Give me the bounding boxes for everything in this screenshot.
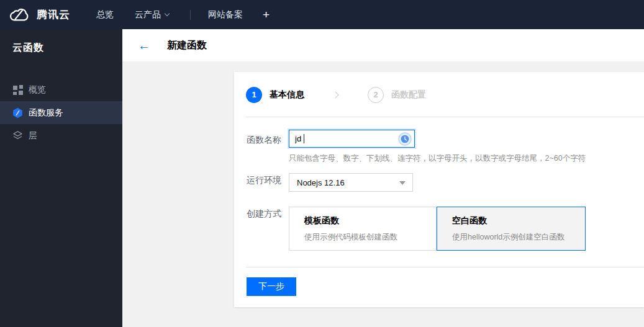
method-card-title: 空白函数 bbox=[452, 215, 585, 226]
sidebar-item-function-service[interactable]: 函数服务 bbox=[0, 101, 122, 124]
sidebar-menu: 概览 函数服务 层 bbox=[0, 78, 122, 147]
next-step-button[interactable]: 下一步 bbox=[247, 277, 296, 296]
function-hexagon-icon bbox=[12, 107, 23, 119]
sidebar-item-overview[interactable]: 概览 bbox=[0, 78, 122, 101]
method-card-blank-function[interactable]: 空白函数 使用helloworld示例创建空白函数 bbox=[437, 207, 586, 251]
method-card-title: 模板函数 bbox=[304, 215, 436, 226]
nav-overview-label: 总览 bbox=[96, 9, 114, 20]
sidebar-item-label: 概览 bbox=[29, 84, 46, 96]
layers-icon bbox=[12, 130, 23, 141]
sidebar-item-label: 函数服务 bbox=[29, 107, 63, 119]
steps-divider bbox=[246, 117, 644, 117]
step-indicator: 1 基本信息 2 函数配置 bbox=[234, 72, 644, 117]
function-name-label: 函数名称 bbox=[247, 135, 281, 146]
clock-history-icon[interactable] bbox=[398, 132, 412, 146]
create-function-card: 1 基本信息 2 函数配置 函数名称 只能包含字母、数字、下划线、连字符，以字母… bbox=[234, 72, 644, 307]
runtime-select[interactable]: Nodejs 12.16 bbox=[289, 173, 413, 192]
creation-method-label: 创建方式 bbox=[247, 208, 281, 220]
function-name-help: 只能包含字母、数字、下划线、连字符，以字母开头，以数字或字母结尾，2~60个字符 bbox=[289, 153, 586, 164]
step-2-label: 函数配置 bbox=[391, 89, 426, 101]
back-arrow-icon[interactable]: ← bbox=[138, 39, 150, 52]
method-card-desc: 使用示例代码模板创建函数 bbox=[304, 232, 436, 243]
step-1-label: 基本信息 bbox=[270, 89, 304, 101]
nav-cloud-products-label: 云产品 bbox=[135, 9, 161, 20]
nav-website-icp[interactable]: 网站备案 bbox=[208, 9, 243, 20]
page-header: ← 新建函数 bbox=[122, 29, 644, 61]
chevron-down-icon bbox=[165, 11, 170, 16]
nav-divider bbox=[190, 10, 191, 20]
nav-overview[interactable]: 总览 bbox=[96, 9, 114, 20]
grid-icon bbox=[12, 84, 23, 96]
content-area: 1 基本信息 2 函数配置 函数名称 只能包含字母、数字、下划线、连字符，以字母… bbox=[122, 61, 644, 327]
dropdown-arrow-icon bbox=[399, 181, 406, 185]
text-caret bbox=[304, 134, 304, 143]
sidebar-item-label: 层 bbox=[29, 130, 37, 141]
sidebar-item-layers[interactable]: 层 bbox=[0, 124, 122, 147]
method-card-template-function[interactable]: 模板函数 使用示例代码模板创建函数 bbox=[289, 207, 437, 251]
step-1-circle: 1 bbox=[246, 87, 262, 103]
brand[interactable]: 腾讯云 bbox=[9, 7, 70, 22]
runtime-selected-value: Nodejs 12.16 bbox=[297, 178, 345, 187]
tencent-cloud-logo-icon bbox=[9, 7, 31, 22]
topnav: 总览 云产品 网站备案 + bbox=[96, 9, 270, 20]
method-card-desc: 使用helloworld示例创建空白函数 bbox=[452, 232, 585, 243]
nav-website-icp-label: 网站备案 bbox=[208, 9, 243, 20]
function-name-input[interactable] bbox=[289, 130, 415, 148]
runtime-label: 运行环境 bbox=[247, 175, 281, 186]
page-title: 新建函数 bbox=[167, 39, 207, 52]
sidebar-title: 云函数 bbox=[0, 29, 122, 55]
brand-name: 腾讯云 bbox=[37, 7, 70, 22]
add-tab-button[interactable]: + bbox=[263, 9, 270, 20]
step-2-circle: 2 bbox=[368, 87, 384, 103]
nav-cloud-products[interactable]: 云产品 bbox=[135, 9, 169, 20]
chevron-right-icon bbox=[332, 91, 338, 98]
sidebar: 云函数 概览 函数服务 bbox=[0, 29, 122, 327]
footer-divider bbox=[246, 267, 644, 267]
topbar: 腾讯云 总览 云产品 网站备案 + bbox=[0, 0, 644, 29]
